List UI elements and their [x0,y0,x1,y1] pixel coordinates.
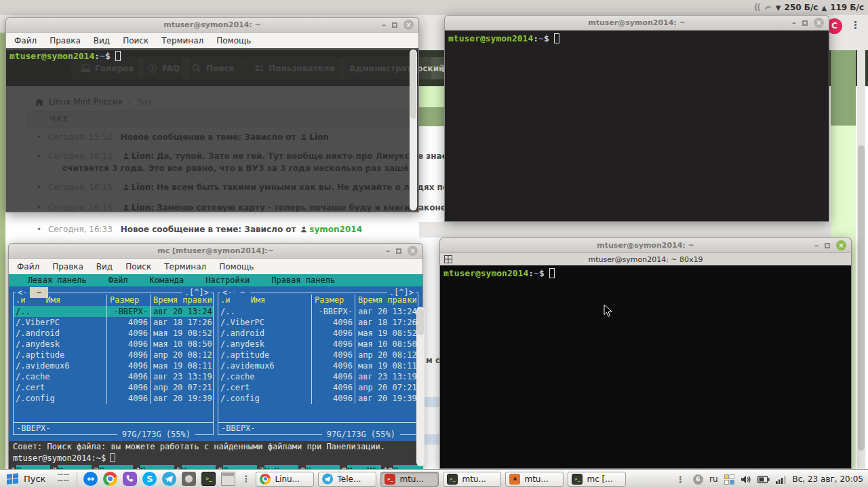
terminal-tab-bar[interactable]: mtuser@symon2014: ~ 80x19 [439,253,852,265]
menu-item[interactable]: Файл [17,262,39,271]
show-desktop-icon[interactable] [56,472,71,486]
terminal-window-top-right: mtuser@symon2014: ~ – × mtuser@symon2014… [444,15,829,222]
close-button[interactable]: × [814,18,824,28]
keyboard-layout[interactable]: ru [709,474,718,484]
minimize-button[interactable]: – [792,20,796,26]
taskbar-window-button[interactable]: Tele... [318,472,376,487]
clock[interactable]: Вс, 23 авг, 20:05 [793,474,863,484]
chrome-icon[interactable] [260,474,271,485]
menu-item[interactable]: Вид [94,36,110,45]
file-row[interactable]: /.cache 4096 авг 23 13:19 [218,371,418,382]
taskbar-window-button[interactable]: >_ mtu... [443,472,501,487]
menu-item[interactable]: Правка [50,36,81,45]
terminal-window-icon[interactable] [221,472,235,486]
tabs-grid-icon[interactable] [444,255,452,263]
titlebar[interactable]: mtuser@symon2014: ~ – × [439,238,852,253]
mc-menu-item[interactable]: Правая панель [271,275,335,286]
user-link[interactable]: symon2014 [309,225,362,234]
minimize-button[interactable]: – [382,22,386,28]
close-button[interactable]: × [836,240,846,250]
file-row[interactable]: /.. -ВВЕРХ- авг 20 13:24 [14,306,213,317]
network-speed-applet[interactable]: (( ▼ 250 Б/с ▲ 119 Б/с [754,0,864,15]
file-row[interactable]: /.config 4096 авг 20 19:39 [218,393,418,404]
skype-icon[interactable]: S [142,472,157,486]
file-row[interactable]: /.config 4096 авг 20 19:39 [14,393,213,404]
menu-item[interactable]: Вид [96,262,113,271]
file-row[interactable]: /.avidemux6 4096 мая 19 08:11 [218,360,418,371]
minimize-button[interactable]: – [386,248,390,254]
file-row[interactable]: /.aptitude 4096 апр 20 08:12 [14,350,213,360]
menu-item[interactable]: Файл [14,36,37,45]
minimize-button[interactable]: – [814,243,818,248]
file-row[interactable]: /.ViberPC 4096 авг 18 17:26 [218,317,418,328]
browser-menu-icon[interactable]: ⋮ [850,16,861,34]
titlebar[interactable]: mtuser@symon2014: ~ – × [444,15,829,31]
taskbar-window-button[interactable]: >_ mc [... [568,472,626,487]
terminal-scrollbar[interactable] [416,307,425,466]
terminal-dark-icon[interactable]: >_ [447,474,458,485]
restore-button[interactable] [825,243,830,248]
file-row[interactable]: /.. -ВВЕРХ- авг 20 13:24 [218,306,418,317]
file-size: 4096 [311,317,355,328]
close-button[interactable]: × [403,20,414,30]
battery-icon[interactable] [757,476,770,483]
file-row[interactable]: /.android 4096 мая 19 08:52 [14,328,213,339]
telegram-icon[interactable] [322,474,333,485]
taskbar-handle-icon[interactable]: ⋮ [241,474,249,484]
terminal-screen[interactable]: mtuser@symon2014:~$ [444,31,829,222]
taskbar-window-label: mc [... [587,474,612,484]
file-row[interactable]: /.anydesk 4096 мая 10 08:50 [218,339,418,350]
terminal-tab-title[interactable]: mtuser@symon2014: ~ 80x19 [588,255,703,264]
page-scrollbar[interactable] [857,50,865,469]
terminal-dark-icon[interactable]: >_ [572,474,583,485]
file-row[interactable]: /.aptitude 4096 апр 20 08:12 [218,350,418,360]
menu-item[interactable]: Правка [52,262,83,271]
taskbar-window-button[interactable]: A mtu... [505,472,564,487]
tray-handle-icon[interactable]: ⋮ [676,474,684,485]
screenshot-icon[interactable] [182,472,196,486]
chrome-icon[interactable] [103,472,117,486]
panel-path[interactable]: ~ [235,287,250,298]
file-row[interactable]: /.anydesk 4096 мая 10 08:50 [14,339,213,350]
restore-button[interactable] [802,20,808,26]
signal-bars-icon[interactable] [776,475,787,484]
viber-icon[interactable] [123,472,137,486]
titlebar[interactable]: mtuser@symon2014: ~ – × [5,17,419,33]
terminal-orange-icon[interactable]: A [509,474,520,485]
mc-menu-item[interactable]: Команда [150,275,184,286]
mc-command-line[interactable]: mtuser@symon2014:~$ [9,453,422,465]
menu-item[interactable]: Терминал [161,36,203,45]
menu-item[interactable]: Помощь [219,262,254,271]
file-row[interactable]: /.ViberPC 4096 авг 18 17:26 [14,317,213,328]
taskbar-window-button[interactable]: Linu... [256,472,314,487]
terminal-scrollbar[interactable] [410,50,417,210]
volume-icon[interactable] [741,475,751,484]
menu-item[interactable]: Поиск [125,262,151,271]
file-row[interactable]: /.android 4096 мая 19 08:52 [218,328,418,339]
restore-button[interactable] [396,248,401,254]
layout-switcher-icon[interactable] [724,474,734,485]
mc-menu-item[interactable]: Левая панель [28,275,87,286]
file-row[interactable]: /.cert 4096 апр 20 07:21 [14,382,213,393]
terminal-screen[interactable]: mtuser@symon2014:~$ [439,265,852,469]
file-row[interactable]: /.cert 4096 апр 20 07:21 [218,382,418,393]
terminal-dark-icon[interactable]: >_ [201,472,216,486]
panel-path-tab[interactable]: ~ [30,287,48,298]
menu-item[interactable]: Терминал [164,262,206,271]
titlebar[interactable]: mc [mtuser@symon2014]:~ – × [8,243,423,259]
taskbar-window-button[interactable]: >_ mtu... [380,472,439,487]
menu-item[interactable]: Поиск [123,36,149,45]
terminal-screen[interactable]: mtuser@symon2014:~$ [5,48,419,212]
teamviewer-icon[interactable]: ↔ [83,472,98,486]
close-button[interactable]: × [408,246,418,256]
file-row[interactable]: /.cache 4096 авг 23 13:19 [14,371,213,382]
file-row[interactable]: /.avidemux6 4096 мая 19 08:11 [14,360,213,371]
notification-badge[interactable]: 6 [693,474,703,485]
telegram-icon[interactable] [162,472,176,486]
mc-menu-item[interactable]: Файл [108,275,128,286]
start-button[interactable]: Пуск [0,470,54,488]
restore-button[interactable] [392,22,397,28]
terminal-red-icon[interactable]: >_ [384,474,395,485]
menu-item[interactable]: Помощь [216,36,251,45]
mc-menu-item[interactable]: Настройки [205,275,250,286]
